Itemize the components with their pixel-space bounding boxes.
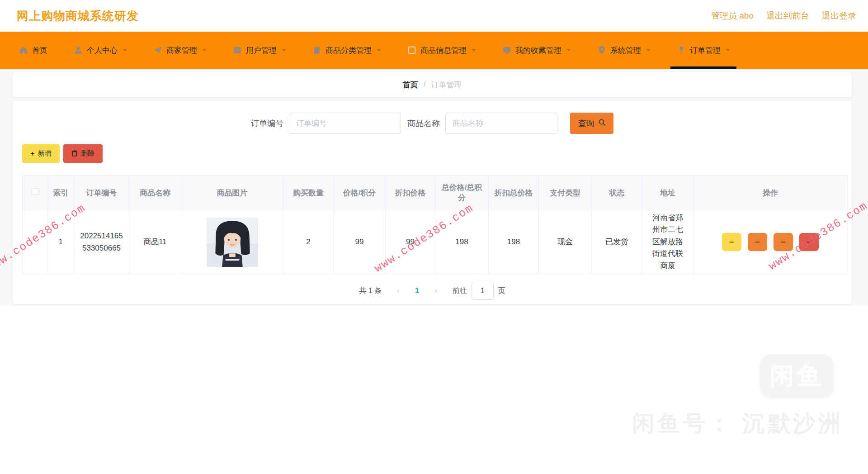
action-button-4[interactable] bbox=[799, 233, 819, 251]
col-address: 地址 bbox=[642, 175, 693, 210]
nav-item-order-management[interactable]: 订单管理 bbox=[674, 32, 733, 69]
header-links: 管理员 abo 退出到前台 退出登录 bbox=[711, 10, 856, 22]
col-quantity: 购买数量 bbox=[283, 175, 334, 210]
col-product-image: 商品图片 bbox=[181, 175, 283, 210]
plus-icon: + bbox=[30, 149, 35, 158]
add-button[interactable]: + 新增 bbox=[22, 144, 60, 163]
next-page-arrow[interactable]: › bbox=[434, 286, 437, 295]
cell-product-name: 商品11 bbox=[129, 210, 181, 274]
cell-total-price: 198 bbox=[435, 210, 489, 274]
cell-discount-price: 99 bbox=[386, 210, 435, 274]
col-product-name: 商品名称 bbox=[129, 175, 181, 210]
frame-icon bbox=[407, 46, 416, 55]
chevron-down-icon bbox=[202, 49, 207, 52]
breadcrumb-home[interactable]: 首页 bbox=[403, 80, 418, 90]
col-index: 索引 bbox=[48, 175, 74, 210]
chevron-down-icon bbox=[377, 49, 381, 52]
orders-table: 索引 订单编号 商品名称 商品图片 购买数量 价格/积分 折扣价格 总价格/总积… bbox=[22, 175, 848, 274]
xianyu-watermark-text: 闲鱼号： 沉默沙洲 bbox=[632, 408, 844, 439]
query-button[interactable]: 查询 bbox=[570, 113, 613, 134]
col-order-no: 订单编号 bbox=[74, 175, 129, 210]
pagination-total: 共 1 条 bbox=[359, 286, 382, 296]
main-card: 订单编号 商品名称 查询 + 新增 bbox=[13, 101, 852, 304]
chevron-down-icon bbox=[282, 49, 286, 52]
col-pay-type: 支付类型 bbox=[539, 175, 592, 210]
cell-order-no: 2022514165533050665 bbox=[74, 210, 129, 274]
breadcrumb-current: 订单管理 bbox=[431, 80, 462, 90]
chevron-down-icon bbox=[726, 49, 730, 52]
table-toolbar: + 新增 删除 bbox=[22, 144, 103, 163]
col-discount-price: 折扣价格 bbox=[386, 175, 435, 210]
chevron-down-icon bbox=[646, 49, 651, 52]
product-name-input[interactable] bbox=[445, 113, 557, 134]
col-status: 状态 bbox=[592, 175, 642, 210]
nav-item-personal-center[interactable]: 个人中心 bbox=[71, 32, 130, 69]
delete-button[interactable]: 删除 bbox=[63, 144, 103, 163]
order-management-page: 网上购物商城系统研发 管理员 abo 退出到前台 退出登录 首页 个人中心 商家… bbox=[0, 0, 868, 474]
monitor-icon bbox=[502, 46, 511, 55]
col-actions: 操作 bbox=[693, 175, 848, 210]
logout-link[interactable]: 退出登录 bbox=[822, 10, 856, 22]
row-checkbox[interactable] bbox=[32, 237, 38, 244]
action-button-3[interactable] bbox=[774, 233, 793, 251]
pagination-goto: 前往 页 bbox=[453, 282, 505, 300]
table-row: 1 2022514165533050665 商品11 bbox=[23, 210, 848, 274]
nav-item-product-info-management[interactable]: 商品信息管理 bbox=[405, 32, 479, 69]
chevron-down-icon bbox=[472, 49, 476, 52]
cell-pay-type: 现金 bbox=[539, 210, 592, 274]
user-icon bbox=[74, 46, 83, 55]
cell-price: 99 bbox=[334, 210, 386, 274]
select-all-checkbox[interactable] bbox=[32, 188, 38, 195]
cell-discount-total: 198 bbox=[489, 210, 539, 274]
home-icon bbox=[19, 46, 28, 55]
cell-index: 1 bbox=[48, 210, 74, 274]
select-all-cell bbox=[23, 175, 48, 210]
cell-status: 已发货 bbox=[592, 210, 642, 274]
admin-user-link[interactable]: 管理员 abo bbox=[711, 10, 754, 22]
breadcrumb-separator: / bbox=[424, 80, 426, 89]
product-name-label: 商品名称 bbox=[407, 118, 440, 129]
chevron-down-icon bbox=[566, 49, 571, 52]
trash-icon bbox=[71, 150, 78, 158]
app-title: 网上购物商城系统研发 bbox=[17, 8, 139, 24]
content-area: 首页 / 订单管理 订单编号 商品名称 查询 + bbox=[0, 69, 868, 306]
exit-to-front-link[interactable]: 退出到前台 bbox=[766, 10, 809, 22]
breadcrumb: 首页 / 订单管理 bbox=[13, 72, 852, 97]
nav-item-merchant-management[interactable]: 商家管理 bbox=[151, 32, 209, 69]
col-price: 价格/积分 bbox=[334, 175, 386, 210]
nav-item-user-management[interactable]: 用户管理 bbox=[230, 32, 289, 69]
pagination: 共 1 条 ‹ 1 › 前往 页 bbox=[13, 282, 852, 300]
send-icon bbox=[153, 46, 162, 55]
clipboard-icon bbox=[312, 46, 321, 55]
search-icon bbox=[598, 118, 606, 128]
nav-item-home[interactable]: 首页 bbox=[16, 32, 50, 69]
cell-quantity: 2 bbox=[283, 210, 334, 274]
nav-item-product-category-management[interactable]: 商品分类管理 bbox=[310, 32, 384, 69]
chevron-down-icon bbox=[123, 49, 127, 52]
table-header-row: 索引 订单编号 商品名称 商品图片 购买数量 价格/积分 折扣价格 总价格/总积… bbox=[23, 175, 848, 210]
page-number-1[interactable]: 1 bbox=[415, 286, 419, 295]
cell-actions bbox=[693, 210, 848, 274]
goto-page-input[interactable] bbox=[472, 282, 494, 300]
col-total-price: 总价格/总积分 bbox=[435, 175, 489, 210]
board-icon bbox=[233, 46, 242, 55]
col-discount-total: 折扣总价格 bbox=[489, 175, 539, 210]
nav-item-favorites-management[interactable]: 我的收藏管理 bbox=[500, 32, 574, 69]
product-photo bbox=[207, 218, 258, 267]
search-form: 订单编号 商品名称 查询 bbox=[13, 113, 852, 134]
order-no-label: 订单编号 bbox=[251, 118, 283, 129]
main-navbar: 首页 个人中心 商家管理 用户管理 商品分类管 bbox=[0, 32, 868, 69]
top-header: 网上购物商城系统研发 管理员 abo 退出到前台 退出登录 bbox=[0, 0, 868, 32]
action-button-2[interactable] bbox=[748, 233, 767, 251]
order-no-input[interactable] bbox=[289, 113, 401, 134]
prev-page-arrow[interactable]: ‹ bbox=[397, 286, 400, 295]
action-button-1[interactable] bbox=[722, 233, 741, 251]
nav-item-system-management[interactable]: 系统管理 bbox=[594, 32, 653, 69]
xianyu-logo: 闲鱼 bbox=[760, 354, 834, 398]
cell-address: 河南省郑州市二七区解放路街道代联商厦 bbox=[642, 210, 693, 274]
cell-product-image bbox=[181, 210, 283, 274]
flag-icon bbox=[677, 46, 686, 55]
pin-icon bbox=[597, 46, 606, 55]
